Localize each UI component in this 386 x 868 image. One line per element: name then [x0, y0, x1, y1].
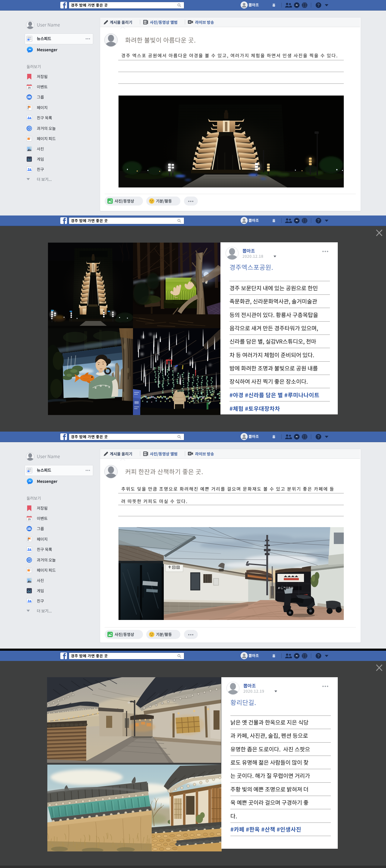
- svg-text:?: ?: [317, 3, 320, 7]
- svg-text:25: 25: [28, 86, 31, 89]
- svg-text:?: ?: [317, 434, 320, 439]
- svg-text:?: ?: [317, 218, 320, 223]
- svg-text:25: 25: [28, 518, 31, 521]
- svg-text:?: ?: [317, 653, 320, 658]
